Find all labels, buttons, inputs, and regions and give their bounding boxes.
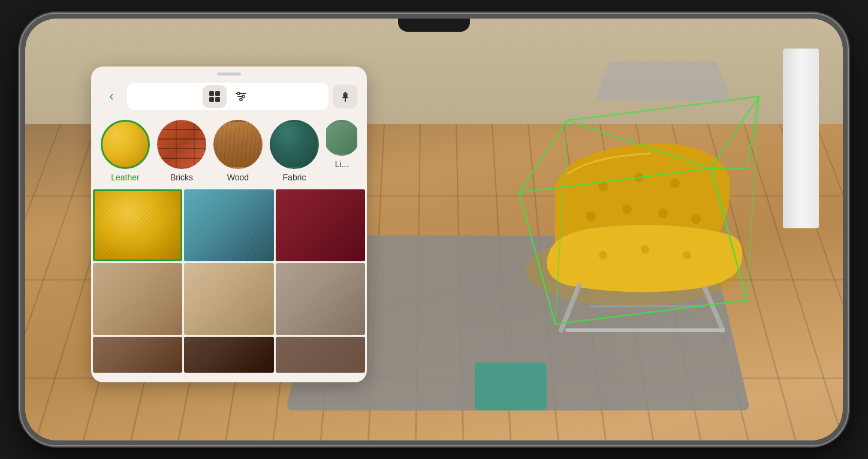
category-wood[interactable]: Wood [213,120,263,182]
fabric-circle [270,120,319,169]
back-icon: ‹ [109,89,113,104]
svg-point-31 [237,92,240,95]
svg-line-23 [555,120,567,324]
svg-rect-27 [215,97,220,102]
leather-label: Leather [111,173,139,182]
screen: ‹ [25,19,843,440]
bricks-label: Bricks [170,173,193,182]
swatch-teal[interactable] [184,189,273,261]
bricks-circle [157,120,206,169]
swatch-yellow[interactable] [93,189,182,261]
category-bricks[interactable]: Bricks [157,120,206,182]
swatch-gray[interactable] [276,263,365,335]
svg-point-33 [240,98,242,101]
toolbar-group [127,83,328,110]
linen-label: Li... [335,159,349,169]
categories-row: Leather Bricks Wood Fabric Li... [91,117,367,189]
swatch-extra[interactable] [276,337,365,373]
swatch-beige1[interactable] [93,263,182,335]
fabric-label: Fabric [283,173,306,182]
svg-marker-18 [519,168,747,324]
pin-icon [339,90,351,102]
category-fabric[interactable]: Fabric [270,120,319,182]
filter-button[interactable] [229,85,253,108]
category-linen[interactable]: Li... [326,120,357,169]
wood-label: Wood [227,173,249,182]
grid-view-button[interactable] [203,85,227,108]
phone-notch [398,19,470,32]
svg-marker-21 [567,96,759,168]
linen-circle [326,120,357,156]
svg-line-22 [747,96,759,300]
svg-line-20 [711,96,759,168]
swatches-grid [91,189,367,373]
bounding-box [483,73,795,354]
panel-handle [217,73,241,76]
swatch-dark[interactable] [184,337,273,373]
grid-icon [208,90,221,103]
pin-button[interactable] [333,84,357,108]
svg-rect-26 [209,97,214,102]
material-panel: ‹ [91,67,367,382]
swatch-beige2[interactable] [184,263,273,335]
category-leather[interactable]: Leather [101,120,150,182]
back-button[interactable]: ‹ [101,86,122,107]
leather-circle [101,120,150,169]
panel-toolbar: ‹ [91,80,367,117]
swatch-brown[interactable] [93,337,182,373]
svg-rect-24 [209,91,214,96]
swatch-red[interactable] [276,189,365,261]
wood-circle [213,120,263,169]
teal-accent [475,363,547,410]
phone-frame: ‹ [20,14,848,445]
filter-icon [234,90,248,103]
svg-line-19 [519,120,567,192]
svg-rect-25 [215,91,220,96]
svg-point-32 [242,95,245,98]
